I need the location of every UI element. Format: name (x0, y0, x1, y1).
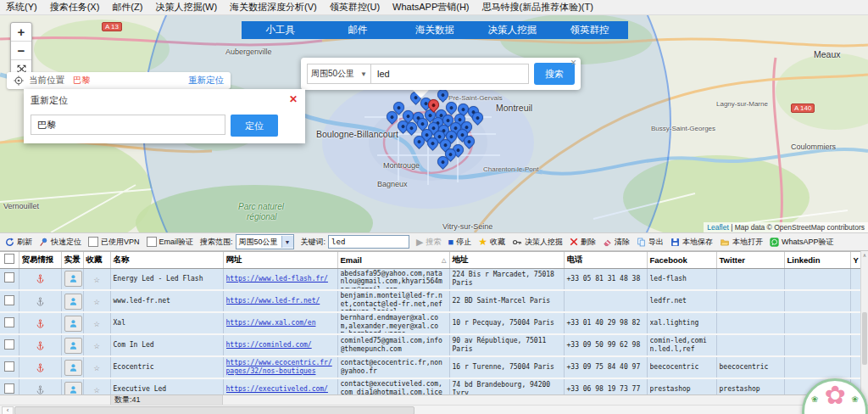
scroll-left-icon[interactable]: ‹ (2, 406, 14, 414)
whatsapp-verify-button[interactable]: WhatsAPP验证 (770, 237, 834, 248)
map-nav-tab[interactable]: 海关数据 (396, 21, 473, 39)
checkbox-icon[interactable] (147, 237, 157, 247)
anchor-icon[interactable] (36, 273, 45, 284)
column-header[interactable]: 实景 (61, 252, 83, 268)
column-header[interactable]: Y (850, 252, 860, 268)
menu-item[interactable]: 系统(Y) (6, 1, 37, 14)
favorite-star-icon[interactable]: ☆ (93, 317, 99, 329)
column-header[interactable]: 地址 (449, 252, 564, 268)
street-view-button[interactable] (64, 294, 82, 310)
menu-item[interactable]: 海关数据深度分析(V) (230, 1, 317, 14)
vertical-scroll-thumb[interactable] (862, 312, 867, 365)
map-nav-tab[interactable]: 领英群控 (551, 21, 628, 39)
cell-url-link[interactable]: https://www.led-flash.fr/ (226, 275, 335, 283)
favorite-button[interactable]: ★ 收藏 (478, 237, 505, 248)
street-view-button[interactable] (64, 382, 82, 396)
column-header[interactable]: 网址 (223, 252, 337, 268)
map-search-button[interactable]: 搜索 (534, 63, 575, 85)
map-nav-tab[interactable]: 小工具 (242, 21, 319, 39)
cell-url-link[interactable]: https://www.led-fr.net/ (226, 297, 335, 305)
menu-item[interactable]: 思马特搜(新品推荐体验)(T) (482, 1, 593, 14)
cell-url-link[interactable]: https://www.ecocentric.fr/pages/32/nos-b… (226, 359, 335, 375)
street-view-button[interactable] (64, 271, 82, 287)
anchor-icon[interactable] (36, 384, 45, 395)
favorite-star-icon[interactable]: ☆ (93, 273, 99, 285)
favorite-star-icon[interactable]: ☆ (93, 361, 99, 373)
local-save-button[interactable]: 本地保存 (670, 237, 713, 248)
vpn-checkbox[interactable]: 已使用VPN (88, 237, 140, 248)
favorite-star-icon[interactable]: ☆ (93, 383, 99, 395)
clear-button[interactable]: 清除 (603, 237, 630, 248)
table-row[interactable]: ☆Executive Ledhttps://executiveled.com/c… (0, 378, 860, 395)
search-panel-close-icon[interactable]: × (570, 58, 576, 68)
row-checkbox[interactable] (4, 272, 14, 283)
column-header[interactable]: 电话 (564, 252, 647, 268)
cell-url-link[interactable]: https://executiveled.com/ (226, 385, 335, 394)
favorite-star-icon[interactable]: ☆ (93, 339, 99, 351)
column-header[interactable]: Facebook (647, 252, 716, 268)
row-checkbox[interactable] (4, 361, 14, 372)
street-view-button[interactable] (64, 360, 82, 376)
column-header[interactable]: Linkedin (784, 252, 850, 268)
favorite-star-icon[interactable]: ☆ (93, 295, 99, 307)
delete-button[interactable]: 删除 (570, 237, 596, 248)
anchor-icon[interactable] (36, 318, 45, 329)
locate-button[interactable]: 定位 (231, 115, 278, 137)
column-header[interactable]: Email△ (337, 252, 449, 268)
column-header[interactable]: 收藏 (83, 252, 110, 268)
menu-item[interactable]: 领英群控(U) (330, 1, 380, 14)
column-header[interactable]: 名称 (110, 252, 223, 268)
email-verify-checkbox[interactable]: Email验证 (147, 237, 194, 248)
map-nav-tab[interactable]: 邮件 (319, 21, 396, 39)
quick-locate-button[interactable]: 快速定位 (39, 237, 81, 248)
horizontal-scrollbar[interactable]: ‹ (0, 405, 868, 414)
table-row[interactable]: ☆Com In Ledhttps://cominled.com/cominled… (0, 334, 860, 356)
search-button[interactable]: ▶ 搜索 (416, 237, 441, 248)
decision-mining-label: 决策人挖掘 (525, 237, 563, 248)
street-view-button[interactable] (64, 338, 82, 354)
keyword-input[interactable] (328, 235, 409, 249)
relocate-city-input[interactable] (31, 115, 225, 135)
menu-item[interactable]: 决策人挖掘(W) (155, 1, 217, 14)
relocate-close-icon[interactable]: ✕ (289, 93, 298, 105)
column-header[interactable]: Twitter (716, 252, 784, 268)
scroll-up-icon[interactable]: ∧ (861, 251, 868, 260)
scope-select[interactable]: 周围50公里 ▼ (307, 64, 371, 84)
local-open-button[interactable]: 本地打开 (720, 237, 763, 248)
search-scope-select[interactable]: 周围50公里 ▼ (236, 234, 294, 249)
column-header[interactable] (0, 252, 19, 268)
column-header[interactable]: 贸易情报 (19, 252, 61, 268)
row-checkbox[interactable] (4, 317, 14, 327)
row-checkbox[interactable] (4, 295, 14, 305)
cell-url-link[interactable]: https://cominled.com/ (226, 341, 335, 350)
menu-item[interactable]: 邮件(Z) (112, 1, 142, 14)
select-all-checkbox[interactable] (4, 254, 14, 264)
menu-item[interactable]: 搜索任务(X) (50, 1, 100, 14)
table-row[interactable]: ☆Energy Led - Led Flashhttps://www.led-f… (0, 268, 860, 290)
vertical-scrollbar[interactable]: ∧ ∨ (860, 251, 868, 405)
map-area[interactable]: A 13AubergenvilleVernouilletMontreuilLe … (0, 15, 868, 232)
zoom-out-button[interactable]: − (11, 42, 31, 60)
anchor-icon[interactable] (36, 296, 45, 307)
stop-button[interactable]: ■ 停止 (448, 237, 472, 248)
row-checkbox[interactable] (4, 383, 14, 394)
row-checkbox[interactable] (4, 339, 14, 350)
table-row[interactable]: ☆Xalhttps://www.xal.com/enbernhard.endma… (0, 312, 860, 334)
map-keyword-input[interactable] (371, 64, 529, 84)
horizontal-scroll-thumb[interactable] (14, 406, 415, 414)
refresh-button[interactable]: 刷新 (5, 237, 32, 248)
zoom-in-button[interactable]: + (11, 23, 31, 42)
leaflet-link[interactable]: Leaflet (707, 223, 729, 232)
street-view-button[interactable] (64, 316, 82, 332)
anchor-icon[interactable] (36, 362, 45, 373)
map-nav-tab[interactable]: 决策人挖掘 (474, 21, 551, 39)
table-row[interactable]: ☆www.led-fr.nethttps://www.led-fr.net/be… (0, 290, 860, 312)
cell-url-link[interactable]: https://www.xal.com/en (226, 319, 335, 327)
export-button[interactable]: 导出 (637, 237, 664, 248)
anchor-icon[interactable] (36, 340, 45, 351)
checkbox-icon[interactable] (88, 237, 98, 247)
menu-item[interactable]: WhatsAPP营销(H) (392, 1, 469, 14)
table-row[interactable]: ☆Ecocentrichttps://www.ecocentric.fr/pag… (0, 356, 860, 378)
relocate-link[interactable]: 重新定位 (188, 75, 224, 87)
decision-mining-button[interactable]: 决策人挖掘 (512, 237, 563, 248)
